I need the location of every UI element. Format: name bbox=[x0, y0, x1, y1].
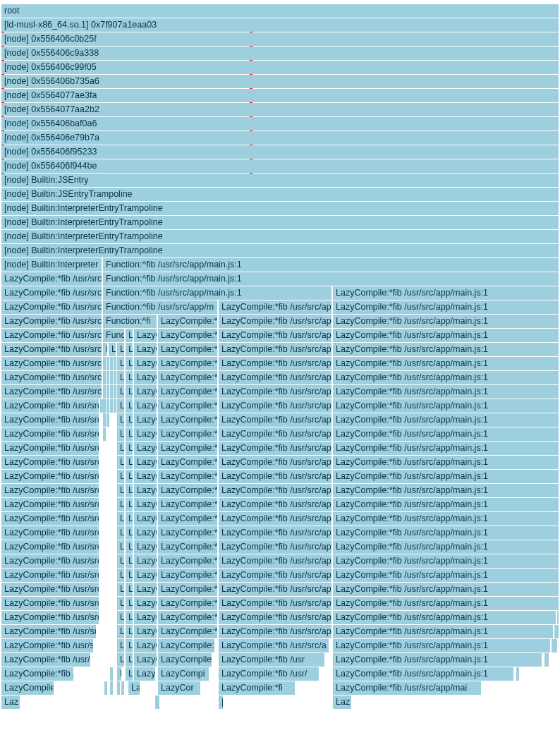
flame-cell[interactable]: [node] Builtin:JSEntry bbox=[1, 174, 559, 187]
flame-cell[interactable]: LazyC bbox=[126, 625, 133, 638]
flame-cell[interactable]: LazyC bbox=[134, 399, 157, 413]
flame-cell[interactable]: LazyCompile:*fib /usr/src bbox=[1, 427, 99, 441]
flame-cell[interactable]: LazyCompile:*fib /usr/src/app/main.js:1 bbox=[333, 484, 559, 497]
flame-cell[interactable]: LazyCompile:*fib /usr/src/ap bbox=[219, 611, 331, 624]
flame-cell[interactable]: LazyC bbox=[134, 427, 157, 441]
flame-cell[interactable]: LazyCompile:*fib /usr/src/app/main.js:1 bbox=[333, 286, 559, 300]
flame-cell[interactable]: [node] 0x556406c99f05 bbox=[1, 61, 559, 74]
flame-cell[interactable]: La bbox=[109, 343, 116, 356]
flame-cell[interactable] bbox=[103, 385, 106, 399]
flame-cell[interactable]: LazyCompile:* bbox=[158, 427, 217, 441]
flame-cell[interactable]: LazyCompile:* bbox=[158, 357, 217, 370]
flame-cell[interactable]: LazyCompile:*fib /usr/src/ap bbox=[219, 442, 331, 455]
flame-cell[interactable]: LazyC bbox=[126, 456, 133, 469]
flame-cell[interactable]: Laz bbox=[333, 695, 351, 709]
flame-cell[interactable]: LazyCompile:* bbox=[158, 470, 217, 483]
flame-cell[interactable]: LazyCompile:*fib /usr/src/ap bbox=[219, 583, 331, 596]
flame-cell[interactable]: LazyCompile:*fib /usr/src bbox=[1, 597, 99, 610]
flame-cell[interactable]: [node] Builtin:InterpreterEntryTrampolin… bbox=[1, 230, 559, 243]
flame-cell[interactable] bbox=[103, 357, 106, 370]
flame-cell[interactable]: LazyCompile:* bbox=[158, 484, 217, 497]
flame-cell[interactable]: LazyC bbox=[134, 470, 157, 483]
flame-cell[interactable] bbox=[110, 385, 113, 399]
flame-cell[interactable] bbox=[114, 371, 116, 384]
flame-cell[interactable]: LazyC bbox=[134, 583, 157, 596]
flame-cell[interactable]: LazyCompile:* bbox=[158, 540, 217, 554]
flame-cell[interactable]: LazyCompile:*fib /usr/src/app/main.js:1 bbox=[333, 343, 559, 356]
flame-cell[interactable]: LazyCompile:*fib /usr/src bbox=[1, 583, 99, 596]
flame-cell[interactable]: LazyCompile:*fib /usr/src/ap bbox=[219, 399, 331, 413]
flame-cell[interactable]: LazyC bbox=[126, 512, 133, 526]
flame-cell[interactable]: LazyCompile:*fib /usr/src/app/main.js:1 bbox=[333, 399, 559, 413]
flame-cell[interactable] bbox=[106, 413, 109, 427]
flame-cell[interactable]: LazyCompile:*fib /usr/src/ap bbox=[219, 554, 331, 568]
flame-cell[interactable]: La bbox=[117, 385, 124, 399]
flame-cell[interactable]: Laz bbox=[1, 695, 20, 709]
flame-cell[interactable]: LazyCor bbox=[158, 681, 200, 695]
flame-cell[interactable]: LazyCompile:*fib /usr/src/app/main.js:1 bbox=[333, 526, 559, 540]
flame-cell[interactable]: LazyCompile:*fib /usr/sr bbox=[1, 625, 96, 638]
flame-cell[interactable]: LazyCompile:* bbox=[158, 442, 217, 455]
flame-cell[interactable]: La bbox=[117, 484, 124, 497]
flame-cell[interactable]: LazyCompile:*fib /usr/src/app/main.js:1 bbox=[333, 371, 559, 384]
flame-cell[interactable] bbox=[557, 611, 559, 624]
flame-cell[interactable]: La bbox=[117, 413, 124, 427]
flame-cell[interactable]: LazyCompile:*fib /usr/src bbox=[1, 357, 102, 370]
flame-cell[interactable]: LazyCompile:*fib /usr/src bbox=[1, 484, 99, 497]
flame-cell[interactable]: LazyCompile:*fib /usr/src/ap bbox=[219, 512, 331, 526]
flame-cell[interactable]: LazyCompile:*fib /usr/src bbox=[1, 286, 102, 300]
flame-cell[interactable]: LazyC bbox=[134, 357, 157, 370]
flame-cell[interactable]: LazyC bbox=[134, 540, 157, 554]
flame-cell[interactable]: La bbox=[117, 343, 124, 356]
flame-cell[interactable]: LazyCompile bbox=[158, 653, 212, 667]
flame-cell[interactable]: LazyCompile:*fib /usr/src/ap bbox=[219, 329, 331, 342]
flame-cell[interactable]: Func bbox=[103, 329, 124, 342]
flame-cell[interactable]: LazyC bbox=[126, 442, 133, 455]
flame-cell[interactable]: [node] 0x5564077ae3fa bbox=[1, 89, 559, 102]
flame-cell[interactable] bbox=[544, 653, 549, 667]
flame-cell[interactable] bbox=[557, 625, 559, 638]
flame-cell[interactable]: LazyCompile:*fib /usr/src bbox=[1, 300, 102, 314]
flame-cell[interactable]: LazyCompile:*fib /usr/src bbox=[1, 315, 102, 328]
flame-cell[interactable]: LazyC bbox=[134, 639, 157, 652]
flame-cell[interactable]: LazyCompile:*fib /usr/src/ap bbox=[219, 315, 331, 328]
flame-cell[interactable]: Lazy bbox=[126, 667, 133, 681]
flame-cell[interactable]: LazyC bbox=[134, 526, 157, 540]
flame-cell[interactable]: LazyCompile:*fib /usr/src bbox=[1, 540, 99, 554]
flame-cell[interactable] bbox=[516, 667, 519, 681]
flame-cell[interactable]: LazyCompile:*fib /usr/src/app/main.js:1 bbox=[333, 554, 559, 568]
flame-cell[interactable]: LazyCompile:*fib /usr/src bbox=[1, 399, 99, 413]
flame-cell[interactable]: LazyCompile:* bbox=[158, 583, 217, 596]
flame-cell[interactable] bbox=[106, 385, 109, 399]
flame-cell[interactable] bbox=[103, 371, 106, 384]
flame-cell[interactable]: LazyC bbox=[126, 371, 133, 384]
flame-cell[interactable]: [node] 0x5564077aa2b2 bbox=[1, 103, 559, 116]
flame-cell[interactable]: LazyCompile:*fib /usr/src/app/main.js:1 bbox=[333, 667, 513, 681]
flame-cell[interactable]: LazyCompile:*fib /usr/src/app/main.js:1 bbox=[333, 639, 550, 652]
flame-cell[interactable] bbox=[155, 695, 159, 709]
flame-cell[interactable]: La bbox=[117, 625, 124, 638]
flame-cell[interactable]: La bbox=[117, 554, 124, 568]
flame-cell[interactable]: LazyCompile:*fib /usr/src/ap bbox=[219, 569, 331, 582]
flame-cell[interactable]: LazyCompile:* bbox=[158, 456, 217, 469]
flame-cell[interactable]: LazyCompile:* bbox=[158, 512, 217, 526]
flame-cell[interactable]: LazyCompile:*fib /usr/src/app/main.js:1 bbox=[333, 456, 559, 469]
flame-cell[interactable]: LazyC bbox=[126, 569, 133, 582]
flame-cell[interactable]: LazyC bbox=[134, 611, 157, 624]
flame-cell[interactable]: La bbox=[117, 611, 124, 624]
flame-cell[interactable]: LazyCompile: bbox=[158, 639, 214, 652]
flame-cell[interactable]: La bbox=[128, 681, 140, 695]
flame-cell[interactable]: LazyCompile:* bbox=[158, 569, 217, 582]
flame-cell[interactable]: LazyCompile:*fib /usr/src/ap bbox=[219, 526, 331, 540]
flame-cell[interactable]: LazyCompile:*fib /usr/src bbox=[1, 385, 102, 399]
flame-cell[interactable]: [ld-musl-x86_64.so.1] 0x7f907a1eaa03 bbox=[1, 18, 559, 32]
flame-cell[interactable]: LazyCompile:* bbox=[158, 413, 217, 427]
flame-cell[interactable] bbox=[114, 357, 116, 370]
flame-cell[interactable]: La bbox=[117, 639, 124, 652]
flame-cell[interactable]: LazyC bbox=[126, 427, 133, 441]
flame-cell[interactable]: LazyCompile:*fib /usr/src/ap bbox=[219, 456, 331, 469]
flame-cell[interactable]: LazyC bbox=[134, 371, 157, 384]
flame-cell[interactable]: LazyCompile:*fib /usr/src/app/main.js:1 bbox=[333, 583, 559, 596]
flame-cell[interactable]: [node] 0x556406b735a6 bbox=[1, 75, 559, 88]
flame-cell[interactable]: LazyCompile:*fib /usr/src/ap bbox=[219, 498, 331, 511]
